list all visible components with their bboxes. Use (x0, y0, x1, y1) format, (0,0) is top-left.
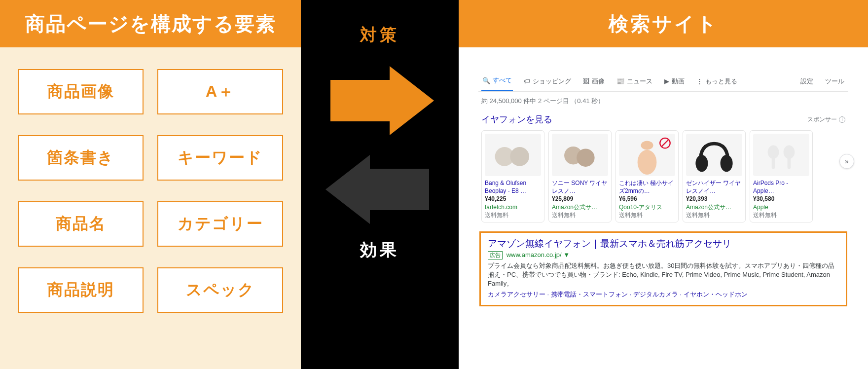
svg-rect-0 (330, 80, 390, 121)
svg-point-9 (641, 141, 653, 150)
product-card[interactable]: これは凄い 極小サイズ2mmの… ¥6,596 Qoo10-アタリス 送料無料 (615, 130, 679, 222)
svg-point-5 (510, 147, 529, 166)
elem-box: 商品説明 (18, 267, 144, 313)
tab-shopping[interactable]: 🏷 ショッピング (523, 74, 572, 91)
tab-images[interactable]: 🖼 画像 (582, 74, 606, 91)
arrow-left-icon (326, 155, 429, 224)
elem-box: 商品画像 (18, 69, 144, 114)
svg-rect-15 (772, 156, 775, 169)
svg-point-8 (638, 150, 657, 175)
elem-box: 箇条書き (18, 135, 144, 181)
product-cards: Bang & Olufsen Beoplay - E8 … ¥40,225 fa… (481, 130, 845, 222)
svg-point-12 (695, 155, 708, 172)
left-body: 商品画像 A＋ 箇条書き キーワード 商品名 カテゴリー 商品説明 スペック (0, 47, 301, 369)
ad-description: プライム会員なら対象商品配送料無料。お急ぎ便も使い放題。30日間の無料体験を試す… (488, 261, 839, 289)
tab-video[interactable]: ▶ 動画 (663, 74, 686, 91)
chevron-right-icon: » (845, 157, 849, 165)
product-card[interactable]: ゼンハイザー ワイヤレスノイ… ¥20,393 Amazon公式サ… 送料無料 (683, 130, 746, 222)
tab-settings[interactable]: 設定 (799, 74, 814, 91)
serp-tabs: 🔍 すべて 🏷 ショッピング 🖼 画像 📰 ニュース ▶ 動画 (478, 70, 848, 92)
ad-badge: 広告 (488, 251, 503, 259)
product-card[interactable]: AirPods Pro - Apple… ¥30,580 Apple 送料無料 (750, 130, 813, 222)
highlighted-ad: アマゾン無線イヤフォン｜最新スマホ＆売れ筋アクセサリ 広告 www.amazon… (479, 231, 847, 306)
center-top-label: 対策 (360, 24, 399, 46)
right-body: 🔍 すべて 🏷 ショッピング 🖼 画像 📰 ニュース ▶ 動画 (459, 47, 868, 369)
elem-box: A＋ (157, 69, 283, 114)
elem-box: カテゴリー (157, 201, 283, 247)
elem-box: 商品名 (18, 201, 144, 247)
product-thumb (485, 134, 541, 176)
carousel-next-button[interactable]: » (839, 154, 854, 169)
tab-more[interactable]: ⋮ もっと見る (695, 74, 738, 91)
more-icon: ⋮ (696, 77, 703, 85)
ad-url[interactable]: 広告 www.amazon.co.jp/ ▼ (488, 251, 839, 259)
arrows (316, 56, 444, 234)
elements-grid: 商品画像 A＋ 箇条書き キーワード 商品名 カテゴリー 商品説明 スペック (18, 69, 283, 313)
svg-marker-1 (390, 66, 434, 135)
product-thumb (619, 134, 675, 176)
elem-box: キーワード (157, 135, 283, 181)
info-icon[interactable]: i (839, 116, 845, 123)
image-icon: 🖼 (583, 77, 589, 85)
product-thumb (552, 134, 608, 176)
ad-sitelinks[interactable]: カメラアクセサリー · 携帯電話・スマートフォン · デジタルカメラ · イヤホ… (488, 290, 839, 299)
elem-box: スペック (157, 267, 283, 313)
svg-marker-3 (326, 155, 370, 224)
right-title: 検索サイト (609, 10, 719, 37)
product-card[interactable]: ソニー SONY ワイヤレスノ… ¥25,809 Amazon公式サ… 送料無料 (548, 130, 612, 222)
serp: 🔍 すべて 🏷 ショッピング 🖼 画像 📰 ニュース ▶ 動画 (478, 70, 848, 306)
svg-rect-17 (788, 156, 791, 169)
news-icon: 📰 (616, 77, 624, 85)
chevron-down-icon[interactable]: ▼ (563, 251, 570, 258)
result-stats: 約 24,500,000 件中 2 ページ目 （0.41 秒） (478, 92, 848, 111)
ad-title[interactable]: アマゾン無線イヤフォン｜最新スマホ＆売れ筋アクセサリ (488, 238, 839, 250)
tab-news[interactable]: 📰 ニュース (615, 74, 653, 91)
center-bottom-label: 効果 (360, 239, 399, 261)
search-icon: 🔍 (482, 77, 490, 84)
left-title: 商品ページを構成する要素 (25, 10, 276, 37)
svg-point-13 (721, 155, 733, 172)
left-header: 商品ページを構成する要素 (0, 0, 301, 47)
svg-point-7 (577, 148, 594, 166)
center-panel: 対策 効果 (301, 0, 459, 369)
tab-all[interactable]: 🔍 すべて (481, 73, 513, 91)
product-thumb (753, 134, 809, 176)
svg-rect-2 (370, 169, 429, 210)
sponsor-label: スポンサー i (807, 115, 845, 124)
tab-tools[interactable]: ツール (824, 74, 845, 91)
shopping-block: イヤフォンを見る スポンサー i Bang & Olufsen Beoplay … (478, 111, 848, 222)
shopping-heading[interactable]: イヤフォンを見る (481, 113, 552, 125)
product-thumb (686, 134, 742, 176)
right-header: 検索サイト (459, 0, 868, 47)
arrow-right-icon (330, 66, 434, 135)
play-icon: ▶ (664, 77, 669, 85)
product-card[interactable]: Bang & Olufsen Beoplay - E8 … ¥40,225 fa… (481, 130, 544, 222)
svg-line-11 (662, 140, 669, 147)
tag-icon: 🏷 (524, 77, 530, 85)
